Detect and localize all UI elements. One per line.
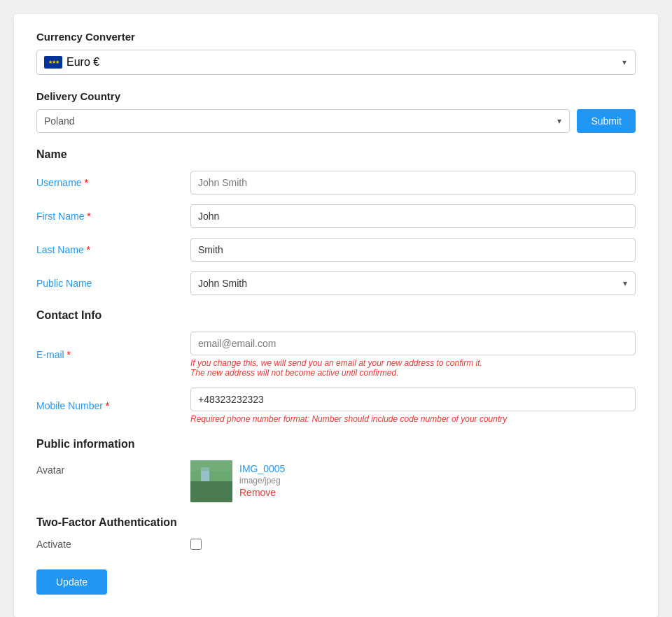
- delivery-country-select[interactable]: Poland Germany France United Kingdom Uni…: [36, 109, 570, 133]
- currency-chevron-icon: ▾: [622, 57, 626, 67]
- delivery-country-title: Delivery Country: [36, 90, 636, 102]
- two-factor-section: Two-Factor Authentication Activate: [36, 516, 636, 550]
- first-name-label: First Name: [36, 211, 190, 222]
- avatar-filename[interactable]: IMG_0005: [239, 463, 285, 474]
- email-input-group: If you change this, we will send you an …: [190, 332, 636, 378]
- email-hint-line1: If you change this, we will send you an …: [190, 358, 482, 368]
- mobile-row: Mobile Number Required phone number form…: [36, 388, 636, 424]
- phone-hint: Required phone number format: Number sho…: [190, 414, 636, 424]
- avatar-content: IMG_0005 image/jpeg Remove: [190, 460, 285, 502]
- submit-button[interactable]: Submit: [577, 109, 636, 133]
- email-hint-line2: The new address will not become active u…: [190, 368, 398, 378]
- public-name-wrapper: John Smith John Smith ▾: [190, 271, 636, 295]
- svg-rect-5: [190, 481, 232, 502]
- svg-rect-6: [190, 460, 232, 471]
- phone-hint-text: Number should include code number of you…: [312, 414, 507, 424]
- delivery-row: Poland Germany France United Kingdom Uni…: [36, 109, 636, 133]
- eu-flag-icon: ★★★: [44, 56, 62, 69]
- name-section: Name Username First Name Last Name Publi…: [36, 148, 636, 295]
- update-button[interactable]: Update: [36, 569, 107, 595]
- public-name-label: Public Name: [36, 278, 190, 289]
- delivery-country-section: Delivery Country Poland Germany France U…: [36, 90, 636, 133]
- last-name-row: Last Name: [36, 238, 636, 262]
- public-information-title: Public information: [36, 438, 636, 451]
- contact-info-title: Contact Info: [36, 309, 636, 322]
- email-hint: If you change this, we will send you an …: [190, 358, 636, 378]
- avatar-image: [190, 460, 232, 502]
- avatar-filetype: image/jpeg: [239, 476, 285, 485]
- name-section-title: Name: [36, 148, 636, 161]
- last-name-input[interactable]: [190, 238, 636, 262]
- avatar-label: Avatar: [36, 460, 190, 476]
- mobile-label: Mobile Number: [36, 400, 190, 411]
- activate-label: Activate: [36, 539, 190, 550]
- username-label: Username: [36, 177, 190, 188]
- public-information-section: Public information Avatar: [36, 438, 636, 502]
- contact-info-section: Contact Info E-mail If you change this, …: [36, 309, 636, 424]
- activate-checkbox[interactable]: [190, 539, 202, 550]
- public-name-select[interactable]: John Smith John Smith: [190, 271, 636, 295]
- two-factor-title: Two-Factor Authentication: [36, 516, 636, 529]
- activate-row: Activate: [36, 539, 636, 550]
- first-name-row: First Name: [36, 204, 636, 228]
- avatar-row: Avatar IMG_0005 image/: [36, 460, 636, 502]
- public-name-row: Public Name John Smith John Smith ▾: [36, 271, 636, 295]
- username-row: Username: [36, 171, 636, 194]
- email-row: E-mail If you change this, we will send …: [36, 332, 636, 378]
- currency-value: Euro €: [66, 56, 99, 69]
- settings-card: Currency Converter ★★★ Euro € ▾ Delivery…: [14, 14, 658, 617]
- email-label: E-mail: [36, 349, 190, 360]
- currency-select[interactable]: ★★★ Euro € ▾: [36, 50, 636, 75]
- phone-hint-prefix: Required phone number format:: [190, 414, 312, 424]
- delivery-select-wrapper: Poland Germany France United Kingdom Uni…: [36, 109, 570, 133]
- last-name-label: Last Name: [36, 244, 190, 255]
- avatar-info: IMG_0005 image/jpeg Remove: [239, 460, 285, 498]
- first-name-input[interactable]: [190, 204, 636, 228]
- username-input[interactable]: [190, 171, 636, 194]
- currency-converter-title: Currency Converter: [36, 31, 636, 43]
- currency-select-wrapper: ★★★ Euro € ▾: [36, 50, 636, 75]
- avatar-remove-button[interactable]: Remove: [239, 487, 285, 498]
- mobile-input[interactable]: [190, 388, 636, 411]
- currency-converter-section: Currency Converter ★★★ Euro € ▾: [36, 31, 636, 75]
- email-input[interactable]: [190, 332, 636, 355]
- mobile-input-group: Required phone number format: Number sho…: [190, 388, 636, 424]
